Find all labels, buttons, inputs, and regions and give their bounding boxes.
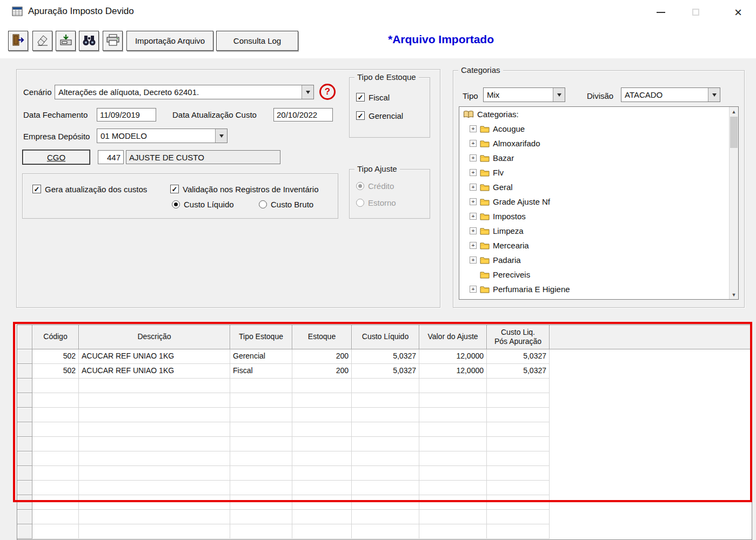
- grid-cell[interactable]: [79, 408, 230, 422]
- tree-item[interactable]: +Grade Ajuste Nf: [459, 194, 729, 209]
- grid-header-col[interactable]: Valor do Ajuste: [419, 325, 487, 349]
- exit-button[interactable]: [8, 31, 28, 51]
- grid-cell[interactable]: [230, 510, 292, 524]
- grid-cell[interactable]: [79, 495, 230, 510]
- grid-cell[interactable]: [230, 379, 292, 393]
- grid-cell[interactable]: [352, 437, 419, 451]
- grid-cell[interactable]: Gerencial: [230, 349, 292, 364]
- tree-item[interactable]: +Bazar: [459, 151, 729, 165]
- tree-expand-icon[interactable]: +: [470, 286, 477, 293]
- grid-header-col[interactable]: Estoque: [292, 325, 352, 349]
- grid-cell[interactable]: [292, 408, 352, 422]
- grid-cell[interactable]: [352, 408, 419, 422]
- grid-cell[interactable]: 200: [292, 349, 352, 364]
- chevron-down-icon[interactable]: [708, 88, 720, 102]
- grid-cell[interactable]: [32, 437, 79, 451]
- grid-cell[interactable]: 12,0000: [419, 349, 487, 364]
- tree-item[interactable]: +Limpeza: [459, 224, 729, 238]
- grid-cell[interactable]: [79, 481, 230, 495]
- grid-cell[interactable]: [419, 393, 487, 408]
- cenario-combobox[interactable]: Alterações de alíquota, Decreto 62401.: [55, 85, 314, 99]
- tree-expand-icon[interactable]: +: [470, 140, 477, 147]
- grid-cell[interactable]: [230, 437, 292, 451]
- cgo-code-field[interactable]: [98, 150, 124, 164]
- scrollbar-thumb[interactable]: [730, 117, 738, 148]
- grid-row[interactable]: [17, 451, 752, 466]
- categories-tree[interactable]: Categorias: +Acougue+Almoxarifado+Bazar+…: [459, 106, 739, 300]
- grid-cell[interactable]: [32, 495, 79, 510]
- radio-custo-bruto[interactable]: Custo Bruto: [259, 199, 313, 210]
- tree-scrollbar[interactable]: ▲ ▼: [729, 107, 738, 299]
- grid-cell[interactable]: [230, 524, 292, 539]
- data-fechamento-field[interactable]: [97, 108, 156, 122]
- grid-cell[interactable]: 5,0327: [487, 349, 550, 364]
- importacao-arquivo-button[interactable]: Importação Arquivo: [126, 31, 213, 51]
- grid-cell[interactable]: [32, 393, 79, 408]
- search-button[interactable]: [79, 31, 99, 51]
- grid-cell[interactable]: 502: [32, 349, 79, 364]
- grid-cell[interactable]: [487, 466, 550, 481]
- grid-cell[interactable]: 502: [32, 364, 79, 379]
- grid-cell[interactable]: [292, 393, 352, 408]
- tree-expand-icon[interactable]: +: [470, 169, 477, 176]
- grid-cell[interactable]: [419, 495, 487, 510]
- grid-cell[interactable]: Fiscal: [230, 364, 292, 379]
- tree-expand-icon[interactable]: +: [470, 256, 477, 264]
- print-button[interactable]: [103, 31, 123, 51]
- grid-cell[interactable]: [230, 481, 292, 495]
- grid-header-col[interactable]: Código: [32, 325, 79, 349]
- grid-cell[interactable]: ACUCAR REF UNIAO 1KG: [79, 349, 230, 364]
- radio-custo-liquido[interactable]: Custo Líquido: [172, 199, 234, 210]
- grid-cell[interactable]: [79, 524, 230, 539]
- divisao-combobox[interactable]: ATACADO: [621, 87, 720, 102]
- grid-cell[interactable]: [487, 451, 550, 466]
- grid-row[interactable]: [17, 422, 752, 437]
- grid-cell[interactable]: [292, 481, 352, 495]
- grid-header-col[interactable]: Custo Liq. Pós Apuração: [487, 325, 550, 349]
- grid-cell[interactable]: [230, 495, 292, 510]
- grid-cell[interactable]: [487, 393, 550, 408]
- cgo-button[interactable]: CGO: [22, 150, 90, 165]
- grid-row[interactable]: [17, 495, 752, 510]
- chevron-down-icon[interactable]: [553, 88, 565, 102]
- grid-cell[interactable]: [487, 437, 550, 451]
- tree-root[interactable]: Categorias:: [459, 107, 729, 122]
- tree-expand-icon[interactable]: +: [470, 213, 477, 220]
- checkbox-validacao-inventario[interactable]: ✓ Validação nos Registros de Inventário: [170, 184, 319, 194]
- grid-cell[interactable]: [32, 408, 79, 422]
- grid-cell[interactable]: 5,0327: [352, 349, 419, 364]
- scroll-up-icon[interactable]: ▲: [730, 107, 738, 116]
- grid-row[interactable]: [17, 510, 752, 524]
- tree-item[interactable]: +Perfumaria E Higiene: [459, 282, 729, 296]
- grid-cell[interactable]: [487, 408, 550, 422]
- tree-item[interactable]: +Padaria: [459, 253, 729, 267]
- tree-item[interactable]: +Geral: [459, 180, 729, 194]
- grid-cell[interactable]: [79, 510, 230, 524]
- grid-cell[interactable]: [32, 510, 79, 524]
- grid-row[interactable]: [17, 393, 752, 408]
- grid-cell[interactable]: [419, 437, 487, 451]
- tree-item[interactable]: +Flv: [459, 165, 729, 180]
- help-button[interactable]: ?: [319, 84, 336, 100]
- grid-cell[interactable]: [79, 437, 230, 451]
- grid-row[interactable]: [17, 437, 752, 451]
- grid-cell[interactable]: [352, 510, 419, 524]
- grid-cell[interactable]: [419, 466, 487, 481]
- grid-cell[interactable]: [292, 495, 352, 510]
- grid-cell[interactable]: [79, 422, 230, 437]
- consulta-log-button[interactable]: Consulta Log: [216, 31, 298, 51]
- grid-cell[interactable]: [419, 379, 487, 393]
- grid-row[interactable]: 502ACUCAR REF UNIAO 1KGFiscal2005,032712…: [17, 364, 752, 379]
- grid-cell[interactable]: [292, 379, 352, 393]
- grid-row[interactable]: [17, 524, 752, 539]
- tree-expand-icon[interactable]: +: [470, 227, 477, 234]
- tree-item[interactable]: +Impostos: [459, 209, 729, 224]
- grid-cell[interactable]: [230, 466, 292, 481]
- grid-cell[interactable]: [419, 524, 487, 539]
- grid-cell[interactable]: [419, 510, 487, 524]
- grid-row[interactable]: [17, 408, 752, 422]
- minimize-button[interactable]: [647, 0, 674, 24]
- grid-cell[interactable]: [292, 466, 352, 481]
- grid-row[interactable]: [17, 466, 752, 481]
- grid-row[interactable]: [17, 379, 752, 393]
